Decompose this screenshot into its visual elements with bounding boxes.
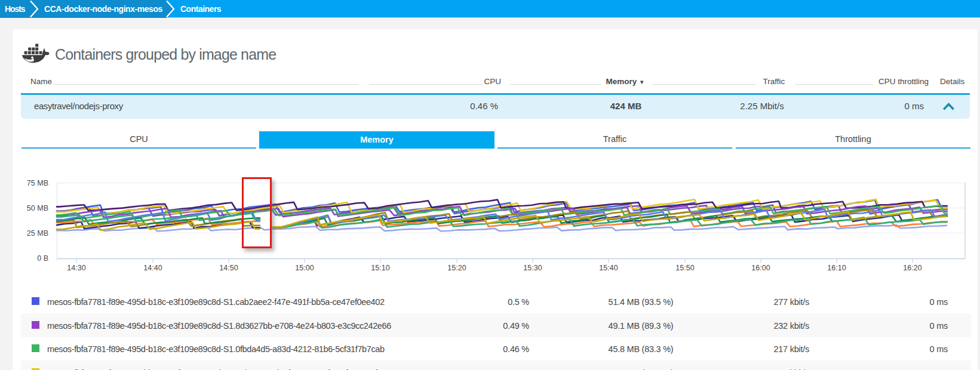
svg-text:15:40: 15:40 (599, 264, 618, 272)
svg-text:16:10: 16:10 (827, 264, 846, 272)
svg-text:75 MB: 75 MB (27, 179, 48, 187)
svg-text:14:30: 14:30 (67, 264, 85, 272)
svg-text:15:20: 15:20 (447, 264, 466, 272)
svg-text:15:10: 15:10 (371, 264, 389, 272)
svg-text:16:00: 16:00 (751, 264, 770, 272)
svg-text:16:20: 16:20 (903, 264, 921, 272)
svg-text:15:00: 15:00 (295, 264, 314, 272)
svg-text:15:50: 15:50 (675, 264, 694, 272)
svg-text:15:30: 15:30 (523, 264, 542, 272)
svg-text:14:50: 14:50 (219, 264, 238, 272)
svg-text:50 MB: 50 MB (27, 204, 48, 212)
svg-text:25 MB: 25 MB (27, 229, 48, 238)
svg-text:14:40: 14:40 (143, 264, 162, 272)
svg-text:0 B: 0 B (37, 254, 48, 263)
